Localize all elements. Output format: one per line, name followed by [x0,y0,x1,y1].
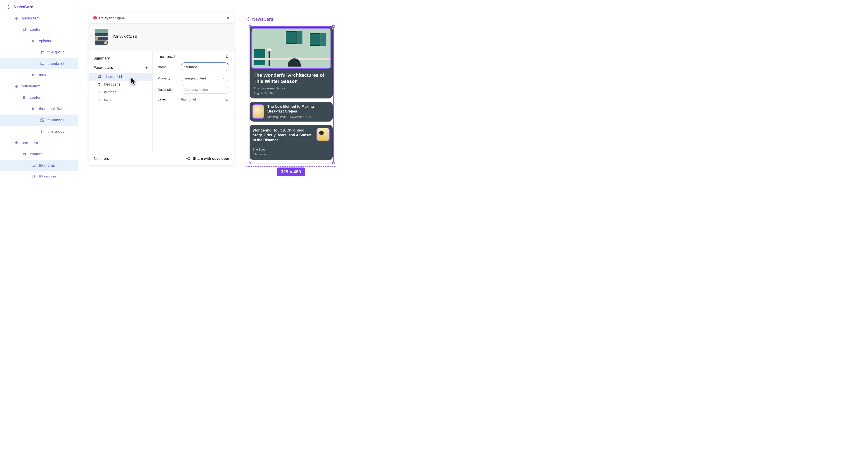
frame-icon [40,50,44,54]
svg-rect-10 [33,39,34,42]
dialog-titlebar: Relay for Figma ✕ [89,12,234,24]
text-param-icon [97,90,101,94]
layer-label: audio-item [22,16,39,21]
frame-icon [40,130,44,134]
instance-icon [14,141,19,145]
canvas-component-label[interactable]: NewsCard [246,17,273,22]
autolayout-icon [32,39,36,43]
parameters-panel: Summary Parameters ＋ thumbnailheadlineau… [89,51,153,152]
component-name: NewsCard [113,34,138,39]
layer-row-content[interactable]: content [0,24,78,35]
summary-tab[interactable]: Summary [89,55,152,64]
canvas-frame[interactable]: The Wonderful Architectures of This Wint… [246,23,336,167]
dialog-header: NewsCard ⋮ [89,24,234,51]
svg-rect-52 [248,17,249,18]
svg-rect-27 [35,108,35,110]
parameter-row-thumbnail[interactable]: thumbnail [89,73,152,81]
layer-row-title-group[interactable]: title-group [0,47,78,58]
parameters-heading: Parameters [93,66,113,70]
audio-thumbnail[interactable] [316,128,330,141]
svg-rect-54 [246,19,247,20]
autolayout-icon [32,107,36,111]
relay-plugin-dialog: Relay for Figma ✕ NewsCard ⋮ Summary Par… [89,12,235,166]
component-thumbnail [94,28,109,46]
add-parameter-icon[interactable]: ＋ [144,64,149,71]
parameter-row-headline[interactable]: headline [89,81,152,88]
name-input[interactable]: thumbnail [181,62,229,71]
svg-point-40 [33,165,33,165]
article-item-card[interactable]: The New Method to Making Breakfast Crepe… [250,102,333,121]
svg-rect-3 [9,6,10,8]
description-label: Description [158,88,178,91]
svg-rect-9 [32,39,33,42]
instance-icon [14,16,19,20]
svg-rect-55 [250,19,250,20]
layer-row-audio-item[interactable]: audio-item [0,13,78,24]
layer-row-episode[interactable]: episode [0,35,78,47]
layer-row-thumbnail-frame[interactable]: thumbnail-frame [0,103,78,115]
component-icon [246,17,250,21]
share-with-developer-button[interactable]: Share with developer [186,157,229,161]
layer-label: content [30,27,42,32]
hero-thumbnail[interactable] [251,28,331,69]
layer-row-content[interactable]: content [0,148,78,160]
hero-date: August 25, 2021 [254,91,329,95]
locate-layer-icon[interactable] [225,97,229,102]
parameter-detail-panel: thumbnail Name thumbnail Property image-… [153,51,234,152]
parameter-name: thumbnail [104,75,123,79]
layer-value: thumbnail [178,97,225,101]
audio-item-card[interactable]: Wondering Hour: A Childhood Story, Grizz… [250,125,333,160]
layer-label: title-group [39,174,56,177]
layer-label: article-item [22,84,40,88]
layer-label: thumbnail [39,163,56,168]
audio-date: 4 hours ago [253,152,268,156]
hero-item-card[interactable]: The Wonderful Architectures of This Wint… [250,26,333,99]
relay-logo-icon [93,16,97,20]
image-icon [40,118,44,122]
description-input[interactable]: Add description [181,85,229,94]
layer-label: Layer [158,97,178,101]
more-menu-icon[interactable]: ⋮ [225,34,229,39]
svg-point-48 [227,99,227,100]
card-more-icon[interactable]: ⋮ [324,149,330,155]
layer-label: hero-item [22,141,38,145]
cursor-icon [130,77,138,86]
close-icon[interactable]: ✕ [226,15,230,21]
share-icon [186,157,190,161]
svg-rect-19 [33,74,34,76]
autolayout-icon [23,95,27,100]
svg-rect-34 [15,141,18,144]
layer-row-thumbnail[interactable]: thumbnail [0,160,78,171]
audio-headline: Wondering Hour: A Childhood Story, Grizz… [253,128,313,143]
property-select[interactable]: image-content [181,74,229,82]
layer-row-hero-item[interactable]: hero-item [0,137,78,148]
text-param-icon [97,98,101,102]
delete-icon[interactable] [225,54,229,59]
image-param-icon [97,75,101,79]
svg-rect-53 [248,20,249,21]
svg-rect-1 [8,8,9,9]
svg-point-29 [41,119,42,120]
layer-label: title-group [48,129,65,134]
instance-icon [14,84,19,88]
layer-row-content[interactable]: content [0,92,78,103]
layer-row-thumbnail[interactable]: thumbnail [0,58,78,69]
svg-point-46 [98,76,99,77]
svg-rect-11 [35,39,35,42]
property-label: Property [158,76,178,80]
article-thumbnail[interactable] [252,104,264,119]
error-status: No errors [94,157,109,161]
layer-row-meta[interactable]: meta [0,69,78,81]
layer-row-title-group[interactable]: title-group [0,171,78,177]
layer-label: NewsCard [13,5,33,9]
parameter-name: date [104,98,112,102]
frame-icon [23,152,27,156]
parameter-row-date[interactable]: date [89,96,152,104]
layer-row-article-item[interactable]: article-item [0,81,78,92]
layer-row-NewsCard[interactable]: NewsCard [0,1,78,13]
layer-row-title-group[interactable]: title-group [0,126,78,137]
svg-rect-2 [6,6,7,8]
parameter-row-author[interactable]: author [89,88,152,96]
parameter-name: author [104,90,116,94]
layer-row-thumbnail[interactable]: thumbnail [0,115,78,126]
